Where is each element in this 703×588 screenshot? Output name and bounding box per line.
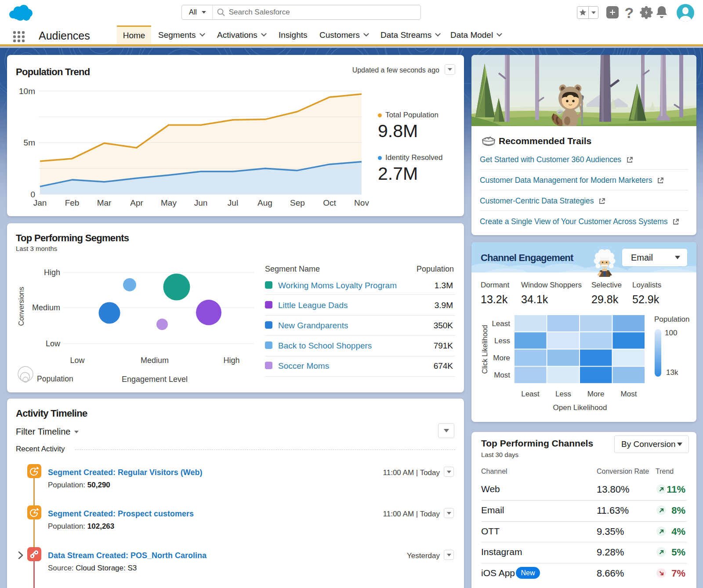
svg-text:10m: 10m	[19, 87, 35, 96]
svg-text:High: High	[223, 356, 239, 365]
svg-text:High: High	[44, 268, 60, 277]
svg-text:Most: Most	[621, 390, 637, 398]
svg-text:Nov: Nov	[354, 198, 369, 207]
svg-text:More: More	[587, 390, 605, 398]
svg-text:Less: Less	[555, 390, 571, 398]
svg-text:13k: 13k	[666, 368, 678, 377]
svg-text:Low: Low	[46, 339, 61, 348]
svg-text:Aug: Aug	[257, 198, 272, 207]
svg-text:Less: Less	[494, 337, 510, 345]
svg-text:Open Likelihood: Open Likelihood	[553, 403, 607, 412]
svg-text:Oct: Oct	[323, 198, 336, 207]
svg-text:Least: Least	[492, 319, 510, 328]
svg-text:More: More	[493, 354, 510, 362]
svg-text:Medium: Medium	[141, 356, 169, 365]
svg-text:Most: Most	[494, 371, 510, 379]
svg-text:Mar: Mar	[97, 198, 112, 207]
svg-text:5m: 5m	[24, 138, 35, 147]
svg-text:Jul: Jul	[228, 198, 238, 207]
svg-text:Jan: Jan	[33, 198, 47, 207]
svg-text:Apr: Apr	[130, 198, 143, 207]
svg-text:0: 0	[30, 190, 35, 199]
svg-text:Low: Low	[70, 356, 85, 365]
svg-text:Conversions: Conversions	[18, 287, 25, 326]
svg-text:Population: Population	[37, 374, 73, 383]
svg-text:Least: Least	[521, 390, 540, 398]
svg-text:100: 100	[665, 329, 677, 337]
svg-text:May: May	[161, 198, 177, 207]
svg-text:Sep: Sep	[290, 198, 305, 207]
svg-text:Medium: Medium	[32, 303, 60, 312]
svg-text:Feb: Feb	[65, 198, 80, 207]
svg-text:Engagement Level: Engagement Level	[122, 375, 188, 384]
svg-text:Click Likelihood: Click Likelihood	[481, 325, 489, 374]
svg-text:Population: Population	[654, 315, 689, 323]
svg-text:Jun: Jun	[194, 198, 208, 207]
